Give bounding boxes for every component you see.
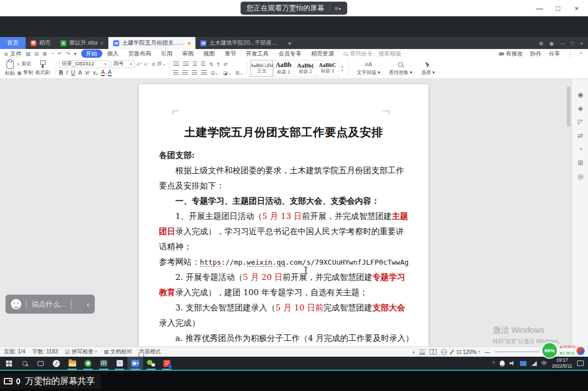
menu-tab-5[interactable]: 视图 — [199, 50, 220, 58]
side-tool-icon-4[interactable]: ◔ — [578, 145, 582, 153]
collaborate-button[interactable]: 协作 — [530, 50, 542, 58]
pinyin-button[interactable]: 拼⌄ — [157, 60, 167, 68]
italic-button[interactable]: I — [66, 70, 68, 76]
taskbar-app-wechat[interactable] — [143, 357, 159, 370]
chat-collapse-button[interactable]: ‹ — [87, 300, 89, 309]
side-tool-icon-0[interactable]: ◉ — [578, 91, 583, 99]
menu-tab-9[interactable]: 稻壳资源 — [307, 50, 339, 58]
minimize-button[interactable]: — — [530, 4, 549, 13]
sort-button[interactable]: ⇅ — [209, 62, 213, 67]
print-icon[interactable]: ⊟ — [34, 51, 39, 57]
side-tool-icon-3[interactable]: ⇄ — [578, 132, 583, 139]
menu-tab-0[interactable]: 开始 — [81, 50, 102, 58]
spell-check-toggle[interactable]: ☑拼写检查▾ — [65, 348, 97, 356]
style-card-1[interactable]: AaBb标题 1 — [273, 60, 295, 76]
taskbar-app-app-red[interactable] — [159, 357, 175, 370]
border-button[interactable]: ⊞⌄ — [235, 70, 243, 76]
export-icon[interactable]: ⊞ — [42, 51, 47, 57]
meeting-chat-bar[interactable]: 说点什么... ‹ — [5, 295, 95, 314]
justify-button[interactable] — [201, 70, 207, 75]
side-tool-icon-2[interactable]: ◸ — [578, 118, 583, 126]
menu-tab-2[interactable]: 页面布局 — [124, 50, 156, 58]
taskbar-app-file-explorer[interactable] — [64, 357, 80, 370]
ime-indicator[interactable]: 中 — [542, 359, 547, 367]
ink-view-button[interactable] — [449, 349, 454, 355]
style-card-3[interactable]: AaBbC标题 3 — [316, 60, 338, 76]
align-right-button[interactable] — [192, 70, 197, 75]
find-replace-button[interactable]: 查找替换 ▾ — [384, 60, 416, 76]
font-name-select[interactable]: 仿宋_GB2312▾ — [59, 60, 109, 68]
restore-button[interactable]: □ — [571, 40, 574, 46]
tab-close-icon[interactable]: × — [101, 40, 104, 46]
wps-tab[interactable]: 首页 — [0, 37, 26, 49]
cut-button[interactable]: ×剪切 — [17, 60, 33, 68]
clock[interactable]: 19:17 2022/5/11 — [552, 357, 572, 369]
avatar-icon[interactable]: ◉ — [549, 40, 554, 46]
clear-format-button[interactable]: ⊘ — [151, 62, 156, 67]
modified-status[interactable]: 有修改 — [499, 50, 523, 58]
font-color-button[interactable]: A — [108, 69, 112, 76]
undo-icon[interactable]: ↶ — [58, 51, 62, 57]
maximize-button[interactable]: □ — [549, 4, 567, 13]
highlight-color-button[interactable]: A — [101, 69, 105, 76]
side-tool-icon-1[interactable]: ◈ — [578, 105, 583, 112]
web-view-button[interactable] — [441, 349, 447, 355]
strike-button[interactable]: A — [78, 70, 82, 76]
number-list-button[interactable] — [183, 62, 189, 66]
shading-button[interactable]: ◪⌄ — [223, 70, 231, 76]
menu-tab-3[interactable]: 引用 — [156, 50, 177, 58]
side-tool-icon-6[interactable]: ◎ — [578, 173, 583, 180]
tray-expand-button[interactable]: ^ — [493, 361, 495, 366]
two-page-view-button[interactable] — [430, 349, 437, 355]
save-icon[interactable]: ▤ — [26, 51, 30, 57]
layout-icon[interactable]: ⊞ — [539, 40, 543, 46]
eye-protection-icon[interactable]: ◑ — [411, 349, 414, 355]
font-size-select[interactable]: 四号▾ — [111, 60, 135, 68]
wps-tab[interactable]: 稻稻壳 — [26, 37, 56, 49]
taskbar-app-task-view[interactable] — [33, 357, 48, 370]
taskbar-app-start[interactable] — [1, 357, 17, 370]
more-menu-icon[interactable]: ⋮ — [567, 51, 573, 57]
network-icon[interactable] — [531, 361, 537, 366]
style-card-2[interactable]: AaBb(标题 2 — [295, 60, 316, 76]
align-center-button[interactable] — [182, 70, 188, 75]
display-icon[interactable] — [520, 361, 526, 366]
copy-button[interactable]: ▣复制 — [17, 69, 33, 76]
increase-indent-button[interactable] — [201, 62, 205, 66]
zoom-control[interactable]: ⊡ 120% ▾ — [457, 349, 480, 355]
zoom-out-button[interactable]: — — [485, 349, 490, 355]
line-spacing-button[interactable]: ⊟⌄ — [211, 70, 219, 76]
menu-tab-8[interactable]: 会员专享 — [274, 50, 307, 58]
viewing-banner[interactable]: 您正在观看万雯怡的屏幕 ≡▾ — [241, 2, 347, 15]
chevron-down-icon[interactable]: ▾ — [74, 51, 77, 57]
select-button[interactable]: 选择 ▾ — [416, 60, 439, 76]
taskbar-app-doc-app[interactable] — [112, 357, 127, 370]
side-tool-icon-5[interactable]: ⊞ — [578, 159, 583, 167]
taskbar-app-sheet-app[interactable] — [96, 357, 112, 370]
banner-menu-icon[interactable]: ≡▾ — [335, 5, 341, 11]
taskbar-app-app-green[interactable] — [80, 357, 96, 370]
chat-input-placeholder[interactable]: 说点什么... — [32, 300, 66, 309]
file-menu[interactable]: ≡ 文件 — [0, 50, 26, 58]
minimize-button[interactable]: — — [560, 40, 565, 46]
subscript-button[interactable]: x₂ — [93, 70, 98, 76]
decrease-indent-button[interactable] — [193, 62, 197, 66]
volume-icon[interactable] — [510, 361, 515, 366]
redo-icon[interactable]: ↷ — [66, 51, 70, 57]
zoom-slider[interactable] — [494, 351, 540, 352]
qq-icon[interactable] — [500, 361, 505, 366]
wrap-button[interactable]: ⇄ — [224, 62, 228, 67]
fit-page-icon[interactable]: ⊡ — [457, 349, 461, 355]
paste-button[interactable]: 粘贴 — [3, 60, 17, 77]
wps-tab[interactable]: S翠以升.xlsx× — [56, 37, 108, 49]
command-search[interactable]: 查找命令、搜索模板 — [344, 50, 402, 58]
style-card-0[interactable]: AaBbCcDd正文 — [251, 60, 273, 76]
taskbar-app-browser-360[interactable] — [48, 357, 64, 370]
preview-icon[interactable]: ◔ — [51, 51, 54, 57]
document-page[interactable]: 土建学院五月份团支部工作要点及安排 各团支部: 根据上级文件和校团委的要求，土木… — [139, 84, 428, 346]
bullet-list-button[interactable] — [173, 62, 179, 66]
decrease-font-button[interactable]: A⁻ — [144, 62, 150, 67]
battery-ball-widget[interactable]: 69% — [542, 343, 557, 358]
new-tab-button[interactable]: + — [283, 37, 297, 49]
vertical-scrollbar[interactable] — [567, 87, 571, 127]
